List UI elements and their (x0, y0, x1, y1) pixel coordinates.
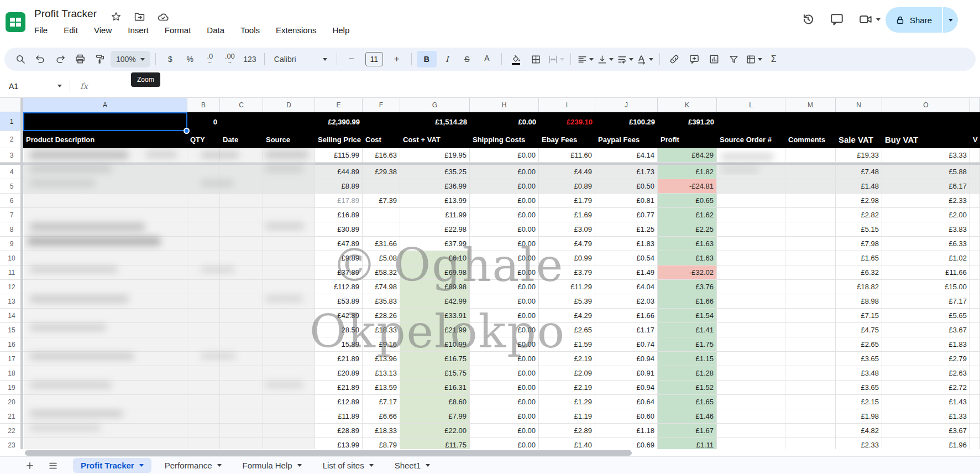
cell-F21[interactable]: £6.66 (363, 409, 400, 424)
cell-L23[interactable] (717, 438, 785, 449)
cell-L18[interactable] (717, 366, 785, 381)
column-header-F[interactable]: F (363, 98, 400, 112)
filter-button[interactable] (725, 51, 743, 67)
row-header-10[interactable]: 10 (0, 251, 23, 265)
cell-K10[interactable]: £1.63 (658, 251, 717, 265)
strikethrough-button[interactable]: S (458, 51, 476, 67)
row-header-1[interactable]: 1 (0, 112, 23, 131)
pivot-table-button[interactable] (745, 51, 763, 67)
cell-M5[interactable] (785, 179, 836, 194)
cell-O19[interactable]: £2.72 (882, 381, 970, 395)
cell-K18[interactable]: £1.28 (658, 366, 717, 381)
cell-O9[interactable]: £6.33 (882, 237, 970, 251)
cell-J23[interactable]: £0.69 (595, 438, 658, 449)
cell-K19[interactable]: £1.52 (658, 381, 717, 395)
cell-G6[interactable]: £13.99 (400, 194, 470, 208)
cell-M7[interactable] (785, 208, 836, 222)
cell-L21[interactable] (717, 409, 785, 424)
cell-P14[interactable] (970, 309, 980, 323)
cell-L19[interactable] (717, 381, 785, 395)
cell-N21[interactable]: £1.98 (836, 409, 882, 424)
menu-insert[interactable]: Insert (127, 24, 150, 36)
cell-K20[interactable]: £1.65 (658, 395, 717, 409)
cell-G16[interactable]: £10.99 (400, 337, 470, 352)
sheet-tab-formula-help[interactable]: Formula Help (235, 458, 310, 473)
cell-L5[interactable] (717, 179, 785, 194)
cell-L9[interactable] (717, 237, 785, 251)
row-header-5[interactable]: 5 (0, 179, 23, 194)
cell-H18[interactable]: £0.00 (470, 366, 539, 381)
cell-F16[interactable]: £9.16 (363, 337, 400, 352)
cell-P20[interactable] (970, 395, 980, 409)
cell-O4[interactable]: £5.88 (882, 165, 970, 179)
cell-F20[interactable]: £7.17 (363, 395, 400, 409)
cell-H23[interactable]: £0.00 (470, 438, 539, 449)
cell-G19[interactable]: £16.31 (400, 381, 470, 395)
cell-K17[interactable]: £1.15 (658, 352, 717, 366)
cell-H3[interactable]: £0.00 (470, 148, 539, 163)
menu-help[interactable]: Help (331, 24, 350, 36)
cell-G3[interactable]: £19.95 (400, 148, 470, 163)
cell-F3[interactable]: £16.63 (363, 148, 400, 163)
menu-edit[interactable]: Edit (62, 24, 79, 36)
cell-N4[interactable]: £7.48 (836, 165, 882, 179)
cell-I6[interactable]: £1.79 (539, 194, 595, 208)
cell-I13[interactable]: £5.39 (539, 294, 595, 309)
cell-E14[interactable]: £42.89 (315, 309, 363, 323)
cell-E13[interactable]: £53.89 (315, 294, 363, 309)
cell-K14[interactable]: £1.54 (658, 309, 717, 323)
decrease-decimal-button[interactable]: .0← (201, 51, 219, 67)
cell-P22[interactable] (970, 424, 980, 438)
document-title[interactable]: Profit Tracker (34, 8, 97, 20)
cell-J6[interactable]: £0.81 (595, 194, 658, 208)
cell-M21[interactable] (785, 409, 836, 424)
sum-functions-button[interactable]: Σ (764, 51, 783, 67)
cell-J17[interactable]: £0.94 (595, 352, 658, 366)
menu-data[interactable]: Data (206, 24, 226, 36)
row-header-4[interactable]: 4 (0, 165, 23, 179)
cell-G5[interactable]: £36.99 (400, 179, 470, 194)
cell-N18[interactable]: £3.48 (836, 366, 882, 381)
cell-O12[interactable]: £15.00 (882, 280, 970, 294)
video-call-caret[interactable] (876, 18, 881, 21)
total-cell-G1[interactable]: £1,514.28 (400, 112, 470, 131)
row-header-6[interactable]: 6 (0, 194, 23, 208)
cell-E12[interactable]: £112.89 (315, 280, 363, 294)
sheet-tab-caret[interactable] (369, 464, 374, 467)
cell-P23[interactable] (970, 438, 980, 449)
cell-E19[interactable]: £21.89 (315, 381, 363, 395)
cell-L22[interactable] (717, 424, 785, 438)
cell-P6[interactable] (970, 194, 980, 208)
cell-P16[interactable] (970, 337, 980, 352)
row-header-22[interactable]: 22 (0, 424, 23, 438)
all-sheets-button[interactable] (45, 458, 61, 473)
cell-E20[interactable]: £12.89 (315, 395, 363, 409)
cell-G11[interactable]: £69.98 (400, 265, 470, 280)
cell-O7[interactable]: £2.00 (882, 208, 970, 222)
row-header-21[interactable]: 21 (0, 409, 23, 424)
cell-L7[interactable] (717, 208, 785, 222)
cell-H17[interactable]: £0.00 (470, 352, 539, 366)
zoom-select[interactable]: 100% (111, 51, 150, 67)
cell-N16[interactable]: £2.65 (836, 337, 882, 352)
header-cell-P2[interactable]: V (970, 131, 980, 148)
total-cell-K1[interactable]: £391.20 (658, 112, 717, 131)
cell-F17[interactable]: £13.96 (363, 352, 400, 366)
header-cell-L2[interactable]: Source Order # (717, 131, 785, 148)
cloud-saved-icon[interactable] (157, 11, 169, 23)
cell-P3[interactable] (970, 148, 980, 163)
cell-M3[interactable] (785, 148, 836, 163)
row-header-12[interactable]: 12 (0, 280, 23, 294)
cell-G21[interactable]: £7.99 (400, 409, 470, 424)
sheet-tab-list-of-sites[interactable]: List of sites (315, 458, 381, 473)
cell-P15[interactable] (970, 323, 980, 337)
column-header-H[interactable]: H (470, 98, 539, 112)
cell-I11[interactable]: £3.79 (539, 265, 595, 280)
cell-E6[interactable]: £17.89 (315, 194, 363, 208)
version-history-icon[interactable] (801, 12, 815, 27)
cell-I15[interactable]: £2.65 (539, 323, 595, 337)
header-cell-E2[interactable]: Selling Price (315, 131, 363, 148)
cell-N23[interactable]: £2.33 (836, 438, 882, 449)
header-cell-M2[interactable]: Comments (785, 131, 836, 148)
cell-P21[interactable] (970, 409, 980, 424)
